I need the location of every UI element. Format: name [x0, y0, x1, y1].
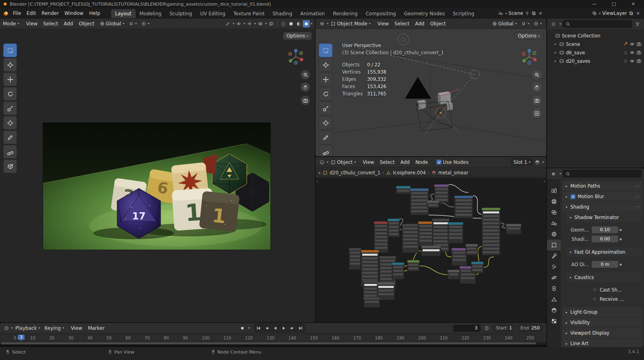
use-nodes-toggle[interactable]: Use Nodes: [434, 159, 471, 166]
keying-menu[interactable]: Keying▾: [43, 325, 66, 332]
camera-view-button[interactable]: [532, 96, 541, 105]
shader-menu-add[interactable]: Add: [398, 158, 413, 166]
proportional-editing-toggle[interactable]: ▾: [532, 21, 544, 27]
properties-tab-matball[interactable]: [547, 305, 561, 316]
gizmos-toggle[interactable]: [246, 20, 254, 27]
geometry-offset-field[interactable]: 0.10: [592, 226, 618, 233]
visibility-dropdown[interactable]: [235, 20, 243, 27]
menu-file[interactable]: File: [10, 9, 24, 17]
breadcrumb-object[interactable]: d20_cthulu_convert_1: [330, 170, 380, 176]
jump-to-start-button[interactable]: [254, 324, 263, 332]
jump-to-end-button[interactable]: [297, 324, 305, 332]
tool-add-cube[interactable]: [3, 159, 17, 173]
frame-end-field[interactable]: End250: [517, 325, 543, 332]
pan-hand-button[interactable]: [532, 83, 541, 92]
shading-offset-field[interactable]: 0.00: [592, 236, 618, 242]
menu-edit[interactable]: Edit: [24, 9, 39, 17]
shader-node[interactable]: [402, 224, 419, 253]
shader-node[interactable]: [427, 201, 439, 208]
tool-cursor[interactable]: [3, 58, 17, 72]
menu-render[interactable]: Render: [39, 9, 62, 17]
properties-tab-printer[interactable]: [547, 196, 561, 207]
viewport-menu-view[interactable]: View: [375, 20, 392, 28]
workspace-tab-compositing[interactable]: Compositing: [361, 9, 400, 19]
scene-name[interactable]: Scene: [508, 10, 523, 16]
navigation-gizmo[interactable]: [520, 48, 539, 66]
breadcrumb-mesh[interactable]: Icosphere.004: [393, 170, 426, 176]
panel-motion-paths[interactable]: ▸Motion Paths∷∷: [562, 181, 642, 191]
shader-node[interactable]: [396, 186, 411, 194]
viewlayer-selector[interactable]: ▾ ViewLayer ×: [592, 8, 641, 19]
viewlayer-name[interactable]: ViewLayer: [602, 10, 627, 16]
editor-type-shader[interactable]: [318, 159, 326, 166]
shader-node[interactable]: [482, 208, 500, 255]
viewport-menu-view[interactable]: View: [23, 20, 40, 28]
snap-toggle[interactable]: ▾: [519, 21, 531, 27]
npanel-toggle-icon[interactable]: ‹: [544, 179, 545, 183]
orthographic-toggle-button[interactable]: [532, 109, 541, 118]
shader-node[interactable]: [434, 184, 449, 203]
new-scene-icon[interactable]: [531, 11, 536, 16]
panel-light-group[interactable]: ▸Light Group: [562, 307, 642, 317]
outliner-row-d20-saves[interactable]: ▸d20_saves: [547, 57, 644, 65]
workspace-tab-geometry-nodes[interactable]: Geometry Nodes: [400, 9, 449, 19]
tool-rotate[interactable]: [3, 87, 17, 101]
panel-shadow-terminator[interactable]: ▾Shadow Terminator: [566, 213, 642, 222]
properties-tab-layers[interactable]: [547, 207, 561, 218]
shader-node[interactable]: [392, 263, 404, 279]
shader-node[interactable]: [454, 196, 473, 218]
minimize-button[interactable]: —: [586, 0, 603, 8]
options-dropdown[interactable]: Options▾: [514, 32, 543, 40]
material-slot-dropdown[interactable]: Slot 1▾: [511, 158, 533, 166]
tool-select-box[interactable]: [3, 43, 17, 57]
viewport-3d-rendered[interactable]: Mode▾ ViewSelectAddObject Global▾ ▾ ▾ ▾ …: [0, 19, 315, 322]
tool-scale[interactable]: [3, 101, 17, 115]
tool-cursor[interactable]: [319, 58, 332, 72]
xray-toggle[interactable]: [267, 20, 275, 27]
workspace-tab-uv-editing[interactable]: UV Editing: [196, 9, 229, 19]
previous-keyframe-button[interactable]: [263, 324, 271, 332]
outliner-row-d6-save[interactable]: ▸d6_save: [547, 48, 644, 57]
annotate-dropdown[interactable]: [224, 20, 232, 27]
expand-arrow-icon[interactable]: ▸: [553, 51, 557, 54]
hide-eye-toggle[interactable]: [630, 50, 635, 55]
current-frame-field[interactable]: 3: [453, 325, 481, 332]
tool-rotate[interactable]: [319, 87, 332, 101]
outliner-search-input[interactable]: [563, 20, 632, 28]
menu-window[interactable]: Window: [62, 9, 86, 17]
panel-visibility[interactable]: ▸Visibility: [562, 318, 642, 327]
viewport-menu-add[interactable]: Add: [61, 20, 76, 28]
navigation-gizmo[interactable]: [287, 48, 305, 66]
workspace-tab-animation[interactable]: Animation: [296, 9, 329, 19]
shader-menu-select[interactable]: Select: [377, 158, 398, 166]
play-reverse-button[interactable]: [271, 324, 280, 332]
receive-shadow-checkbox[interactable]: [592, 296, 597, 302]
timeline-menu-marker[interactable]: Marker: [85, 324, 107, 332]
properties-search-input[interactable]: [563, 170, 642, 178]
options-dropdown[interactable]: Options▾: [283, 32, 312, 40]
menu-help[interactable]: Help: [86, 9, 103, 17]
timeline-ruler[interactable]: 0102030405060708090100110120130140150160…: [0, 334, 546, 342]
panel-fast-gi[interactable]: ▾Fast GI Approximation: [566, 247, 642, 257]
viewport-menu-add[interactable]: Add: [412, 20, 427, 28]
node-graph-canvas[interactable]: › ‹: [316, 178, 546, 322]
shader-node[interactable]: [448, 270, 460, 279]
workspace-tab-modeling[interactable]: Modeling: [136, 9, 166, 19]
expand-arrow-icon[interactable]: ▸: [319, 170, 321, 175]
properties-tab-data[interactable]: [547, 294, 561, 305]
panel-viewport-display[interactable]: ▸Viewport Display: [562, 328, 642, 338]
close-button[interactable]: ×: [625, 0, 642, 8]
editor-type-outliner[interactable]: [549, 21, 557, 28]
tool-measure[interactable]: [319, 145, 332, 156]
workspace-tab-rendering[interactable]: Rendering: [329, 9, 361, 19]
properties-tab-physics[interactable]: [547, 272, 561, 283]
shader-node[interactable]: [506, 224, 521, 234]
shading-wireframe-button[interactable]: ○: [280, 20, 287, 27]
shader-type-dropdown[interactable]: Object▾: [329, 159, 358, 166]
shader-node[interactable]: [410, 188, 429, 215]
shader-node[interactable]: [364, 297, 380, 308]
workspace-tab-sculpting[interactable]: Sculpting: [165, 9, 196, 19]
properties-tab-constraints[interactable]: [547, 283, 561, 294]
shading-solid-button[interactable]: ●: [287, 20, 295, 27]
properties-tab-particles[interactable]: [547, 261, 561, 272]
